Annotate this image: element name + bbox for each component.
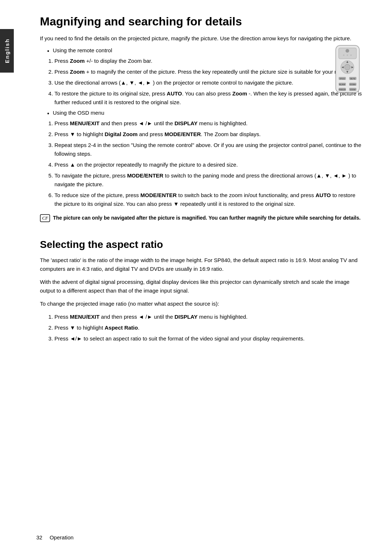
remote-step-1: Press Zoom +/- to display the Zoom bar. [54, 57, 363, 65]
bullet-osd-label: Using the OSD menu [53, 110, 105, 116]
note-text: The picture can only be navigated after … [53, 214, 360, 222]
svg-point-5 [350, 54, 352, 56]
svg-point-4 [347, 54, 348, 56]
bullet-remote: • Using the remote control [47, 47, 363, 54]
svg-text:CF: CF [42, 215, 49, 221]
svg-text:BLANK: BLANK [339, 83, 346, 86]
svg-text:RTUS: RTUS [340, 78, 345, 80]
svg-text:ZOOM-: ZOOM- [350, 89, 356, 91]
svg-text:MUTE: MUTE [350, 78, 356, 80]
remote-step-2: Press Zoom + to magnify the center of th… [54, 68, 363, 76]
svg-point-3 [343, 54, 344, 56]
bullet-dot-2: • [47, 110, 49, 117]
section1-intro: If you need to find the details on the p… [40, 34, 363, 43]
language-tab: English [0, 29, 14, 73]
section2-para3: To change the projected image ratio (no … [40, 299, 363, 308]
svg-text:►: ► [351, 65, 354, 69]
bullet-remote-label: Using the remote control [53, 47, 112, 53]
footer-label: Operation [50, 534, 74, 540]
section2-step-3: Press ◄/► to select an aspect ratio to s… [54, 334, 363, 343]
remote-control-image: ▲ ▼ ◄ ► RTUS MUTE BLANK ZOOM+ FREEZE ZOO… [332, 44, 363, 97]
bullet-osd: • Using the OSD menu [47, 110, 363, 117]
section2-title: Selecting the aspect ratio [40, 238, 363, 251]
section2-step-1: Press MENU/EXIT and then press ◄ /► unti… [54, 313, 363, 321]
svg-text:ZOOM+: ZOOM+ [350, 83, 356, 86]
osd-step-5: To navigate the picture, press MODE/ENTE… [54, 171, 363, 189]
note-box: CF The picture can only be navigated aft… [40, 214, 363, 224]
svg-text:FREEZE: FREEZE [339, 89, 346, 91]
remote-step-3: Use the directional arrows (▲, ▼, ◄, ► )… [54, 78, 363, 87]
bullet-dot-1: • [47, 48, 49, 54]
svg-point-2 [346, 49, 349, 53]
osd-step-2: Press ▼ to highlight Digital Zoom and pr… [54, 130, 363, 139]
svg-text:▼: ▼ [346, 70, 349, 74]
svg-point-7 [344, 64, 350, 70]
section2-para1: The 'aspect ratio' is the ratio of the i… [40, 256, 363, 273]
note-icon: CF [40, 214, 50, 224]
section2-step-2: Press ▼ to highlight Aspect Ratio. [54, 323, 363, 332]
remote-step-4: To restore the picture to its original s… [54, 89, 363, 107]
page-footer: 32 Operation [36, 534, 363, 540]
osd-step-6: To reduce size of the picture, press MOD… [54, 191, 363, 208]
osd-steps-list: Press MENU/EXIT and then press ◄ /► unti… [54, 119, 363, 208]
page-container: English ▲ ▼ ◄ ► RTUS MU [0, 0, 392, 555]
osd-step-4: Press ▲ on the projector repeatedly to m… [54, 160, 363, 169]
section2-para2: With the advent of digital signal proces… [40, 278, 363, 295]
section2-steps-list: Press MENU/EXIT and then press ◄ /► unti… [54, 313, 363, 343]
remote-steps-list: Press Zoom +/- to display the Zoom bar. … [54, 57, 363, 107]
svg-text:▲: ▲ [346, 60, 349, 64]
osd-step-3: Repeat steps 2-4 in the section "Using t… [54, 141, 363, 158]
osd-step-1: Press MENU/EXIT and then press ◄ /► unti… [54, 119, 363, 128]
main-content: Magnifying and searching for details If … [36, 15, 363, 343]
svg-text:◄: ◄ [341, 65, 344, 69]
section1-title: Magnifying and searching for details [40, 15, 363, 28]
page-number: 32 [36, 534, 42, 540]
